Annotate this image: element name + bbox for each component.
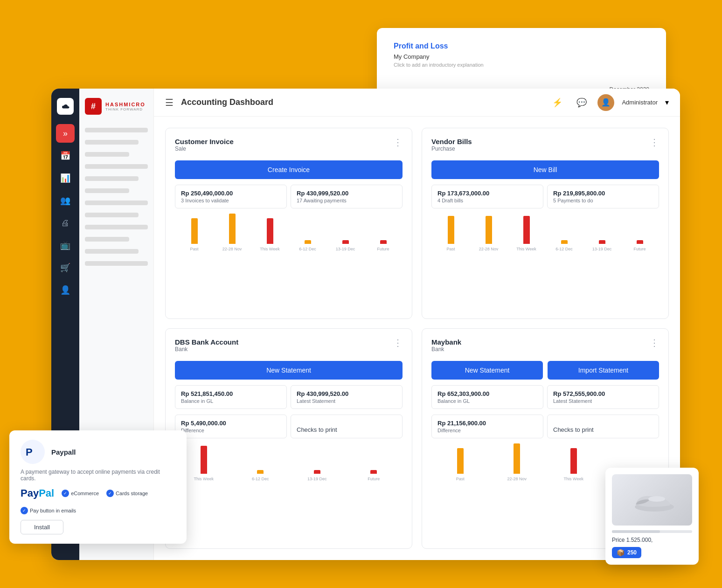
vb-label-past: Past [446,247,455,251]
dbs-chart-bar-1319: 13-19 Dec [290,470,344,481]
maybank-amount-2: Rp 572,555,900.00 [553,390,653,397]
menu-line-12 [85,261,148,266]
chart-bars [191,218,198,244]
nav-print[interactable]: 🖨 [56,214,75,232]
nav-calendar[interactable]: 📅 [56,146,75,165]
bar-yellow-612 [305,240,311,244]
nav-shop[interactable]: 🛒 [56,258,75,277]
mb-bars-past [457,448,464,474]
vendor-bills-menu[interactable]: ⋮ [650,138,659,147]
hm-icon: # [85,98,102,115]
chart-label-nov: 22-28 Nov [222,247,242,251]
dbs-bank-stats-top: Rp 521,851,450.00 Balance in GL Rp 430,9… [175,385,403,409]
check-pay-icon: ✓ [21,507,28,514]
nav-expand[interactable]: » [56,124,75,143]
stat-label-2: 17 Awaiting payments [297,198,396,203]
paypal-icon-circle: P [21,440,45,464]
check-cards-icon: ✓ [106,490,114,497]
dbs-bar-red-week [201,446,207,474]
vb-bar-yellow-612 [561,240,568,244]
dbs-new-statement-button[interactable]: New Statement [175,361,403,380]
paypal-card: P Paypall A payment gateway to accept on… [9,430,187,544]
maybank-header: Maybank Bank ⋮ [431,338,659,359]
dbs-bank-menu[interactable]: ⋮ [393,338,403,347]
hm-tagline: THINK FORWARD [105,107,146,111]
admin-label[interactable]: Administrator [622,99,658,106]
vb-chart-bar-past: Past [433,216,468,251]
maybank-amount-1: Rp 652,303,900.00 [437,390,537,397]
svg-point-2 [648,496,665,502]
shoe-badge-count: 250 [627,549,637,556]
cloud-icon[interactable] [57,98,74,115]
dbs-stat-2: Rp 430,999,520.00 Latest Statement [291,385,403,409]
dbs-bank-chart: This Week 6-12 Dec 13-19 Dec [175,444,403,481]
customer-invoice-menu[interactable]: ⋮ [393,138,403,147]
customer-invoice-header: Customer Invoice Sale ⋮ [175,138,403,159]
hashmicro-logo: # HASHMICRO THINK FORWARD [85,98,148,115]
avatar[interactable]: 👤 [597,94,614,111]
lightning-icon[interactable]: ⚡ [549,94,566,111]
mb-chart-bar-past: Past [433,448,487,481]
chat-icon[interactable]: 💬 [573,94,590,111]
dbs-amount-2: Rp 430,999,520.00 [297,390,396,397]
chart-bar-group-1319: 13-19 Dec [328,240,363,251]
mb-bars-nov [514,443,520,474]
nav-users[interactable]: 👥 [56,191,75,210]
shoe-image [612,474,692,526]
vb-chart-bar-1319: 13-19 Dec [584,240,619,251]
menu-line-1 [85,128,148,132]
maybank-stat-4: Checks to print [547,415,659,438]
hm-text: HASHMICRO THINK FORWARD [105,102,146,111]
shoe-badge-icon: 📦 [617,549,625,556]
maybank-stats-bottom: Rp 21,156,900.00 Difference Checks to pr… [431,415,659,438]
hamburger-menu[interactable]: ☰ [165,97,174,108]
maybank-title: Maybank [431,338,461,346]
maybank-label-1: Balance in GL [437,398,537,404]
menu-line-8 [85,213,139,217]
maybank-amount-3: Rp 21,156,900.00 [437,420,537,427]
menu-line-9 [85,225,148,229]
shoe-card: Price 1.525.000, 📦 250 [605,468,699,565]
profit-loss-company: My Company [394,53,649,60]
mb-chart-bar-week: This Week [547,448,601,481]
admin-dropdown-icon[interactable]: ▾ [665,98,669,107]
nav-profile[interactable]: 👤 [56,281,75,299]
vendor-bills-title-area: Vendor Bills Purchase [431,138,472,159]
new-bill-button[interactable]: New Bill [431,160,659,179]
maybank-title-area: Maybank Bank [431,338,461,359]
dbs-label-future: Future [368,477,380,481]
dbs-bars-future [370,470,377,474]
chart-bars-612 [305,240,311,244]
install-button[interactable]: Install [21,520,63,534]
customer-invoice-widget: Customer Invoice Sale ⋮ Create Invoice R… [165,128,412,319]
create-invoice-button[interactable]: Create Invoice [175,160,403,179]
dbs-chart-bar-612: 6-12 Dec [234,470,288,481]
page-title: Accounting Dashboard [181,97,542,107]
nav-chart[interactable]: 📊 [56,169,75,187]
mb-bars-week [570,448,577,474]
vendor-bills-title: Vendor Bills [431,138,472,145]
dbs-bank-widget: DBS Bank Account Bank ⋮ New Statement Rp… [165,328,412,549]
customer-invoice-stat-2: Rp 430,999,520.00 17 Awaiting payments [291,185,403,208]
feature-cards-label: Cards storage [116,491,148,496]
maybank-new-statement-button[interactable]: New Statement [431,361,543,380]
menu-line-2 [85,140,139,145]
maybank-menu[interactable]: ⋮ [650,338,659,347]
mb-label-past: Past [456,477,465,481]
mb-bar-yellow-past [457,448,464,474]
menu-line-11 [85,249,139,254]
nav-monitor[interactable]: 📺 [56,236,75,255]
dbs-label-1: Balance in GL [181,398,281,404]
chart-bars-week [267,218,273,244]
menu-line-3 [85,152,129,157]
feature-ecommerce-label: eCommerce [71,491,99,496]
dbs-label-week: This Week [194,477,214,481]
vb-label-612: 6-12 Dec [555,247,573,251]
maybank-stat-3: Rp 21,156,900.00 Difference [431,415,543,438]
dbs-stat-3: Rp 5,490,000.00 Difference [175,415,287,438]
dbs-label-612: 6-12 Dec [252,477,269,481]
vb-stat-label-2: 5 Payments to do [553,198,653,203]
vb-bar-red-future [637,240,643,244]
bar-red-week [267,218,273,244]
maybank-import-statement-button[interactable]: Import Statement [548,361,659,380]
